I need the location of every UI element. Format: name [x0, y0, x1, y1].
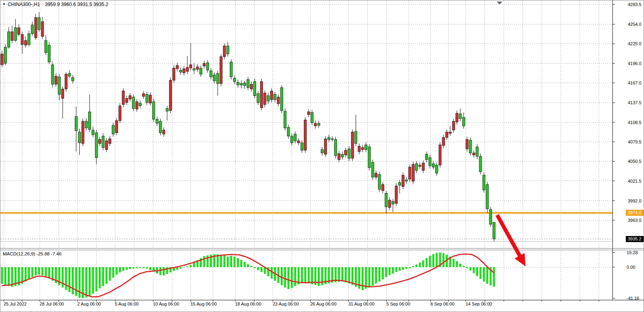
chart-area[interactable]: [0, 0, 644, 312]
candle-body: [115, 120, 118, 133]
candle-body: [479, 156, 482, 172]
candle-body: [189, 65, 192, 68]
macd-bar: [426, 258, 428, 267]
macd-bar: [382, 267, 384, 279]
candle-body: [419, 165, 421, 166]
candle-body: [442, 137, 445, 145]
macd-bar: [412, 266, 414, 267]
macd-bar: [281, 267, 283, 285]
candle-body: [237, 82, 239, 85]
candle-body: [432, 164, 434, 167]
macd-bar: [318, 267, 320, 286]
price-axis-label: 4108.5: [628, 120, 642, 125]
candle-body: [142, 94, 145, 97]
candle-body: [348, 149, 350, 158]
time-axis-label: 23 Aug 06:00: [273, 301, 299, 307]
chart-window: ▼CHINA300-,H13959.9 3960.6 3931.5 3935.2…: [0, 0, 644, 312]
macd-bar: [308, 267, 310, 283]
candle-body: [429, 158, 431, 166]
candle-body: [345, 150, 347, 155]
macd-bar: [35, 267, 37, 276]
candle-body: [99, 139, 101, 143]
time-axis-label: 2 Aug 06:00: [77, 301, 101, 307]
candle-body: [112, 125, 114, 134]
macd-bar: [443, 253, 445, 267]
candle-body: [122, 91, 125, 104]
macd-bar: [341, 267, 343, 282]
candle-body: [220, 57, 222, 84]
candle-body: [136, 102, 138, 109]
candle-body: [284, 111, 286, 128]
candle-body: [179, 70, 182, 72]
candle-body: [153, 102, 155, 119]
macd-bar: [352, 267, 354, 285]
macd-bar: [493, 267, 495, 287]
macd-bar: [106, 267, 108, 284]
macd-bar: [65, 267, 67, 290]
symbol-period-label: CHINA300-,H1: [8, 2, 40, 7]
candle-body: [51, 65, 54, 84]
macd-bar: [139, 267, 141, 268]
price-axis-label: 4225.0: [628, 41, 642, 46]
macd-bar: [469, 267, 471, 270]
macd-axis-label: -41.16: [627, 296, 639, 301]
macd-bar: [99, 267, 101, 288]
macd-bar: [247, 264, 249, 267]
macd-axis-label: 19.28: [627, 250, 638, 255]
candle-body: [48, 45, 51, 62]
macd-bar: [395, 267, 397, 272]
candle-body: [65, 74, 67, 89]
candle-body: [173, 68, 175, 80]
candle-body: [318, 123, 320, 125]
candle-body: [21, 34, 23, 44]
candle-body: [163, 130, 165, 134]
candle-body: [109, 139, 111, 143]
macd-bar: [291, 267, 293, 288]
candle-body: [297, 141, 300, 143]
macd-bar: [311, 267, 313, 284]
candle-body: [186, 67, 189, 72]
candle-body: [146, 94, 148, 102]
macd-bar: [102, 267, 104, 286]
candle-body: [388, 200, 391, 207]
macd-bar: [78, 267, 80, 298]
candle-body: [476, 147, 479, 156]
macd-bar: [223, 255, 225, 267]
candle-body: [55, 76, 57, 84]
candle-body: [72, 78, 74, 81]
candle-body: [196, 67, 199, 70]
candle-body: [18, 27, 20, 34]
candle-body: [156, 119, 158, 123]
trend-arrow-shaft[interactable]: [497, 215, 520, 257]
candle-body: [193, 69, 195, 70]
candle-body: [28, 34, 30, 44]
scroll-shift-marker-icon[interactable]: [497, 2, 502, 4]
macd-bar: [68, 267, 70, 292]
macd-bar: [388, 267, 390, 275]
candle-body: [324, 139, 327, 154]
candle-body: [95, 133, 97, 158]
macd-bar: [8, 267, 10, 286]
macd-bar: [48, 267, 50, 278]
time-axis-label: 5 Aug 06:00: [115, 301, 139, 307]
price-axis-label: 4196.0: [628, 61, 642, 66]
candle-body: [210, 71, 212, 77]
macd-bar: [132, 267, 134, 269]
candle-body: [82, 121, 84, 143]
time-axis-label: 25 Jul 2022: [4, 301, 27, 307]
price-axis-label: 4079.5: [628, 139, 642, 145]
candle-body: [139, 103, 142, 106]
candle-body: [105, 141, 108, 150]
candle-body: [405, 180, 408, 181]
candle-body: [230, 62, 232, 77]
symbol-dropdown-icon[interactable]: ▼: [2, 2, 6, 6]
candle-body: [307, 112, 310, 115]
macd-bar: [122, 267, 124, 271]
candle-body: [254, 82, 256, 96]
candle-body: [280, 88, 283, 111]
time-axis-label: 10 Aug 06:00: [153, 301, 179, 307]
candle-body: [176, 65, 178, 69]
price-axis-label: 4167.0: [628, 80, 642, 86]
macd-bar: [28, 267, 30, 279]
candle-body: [301, 143, 303, 150]
